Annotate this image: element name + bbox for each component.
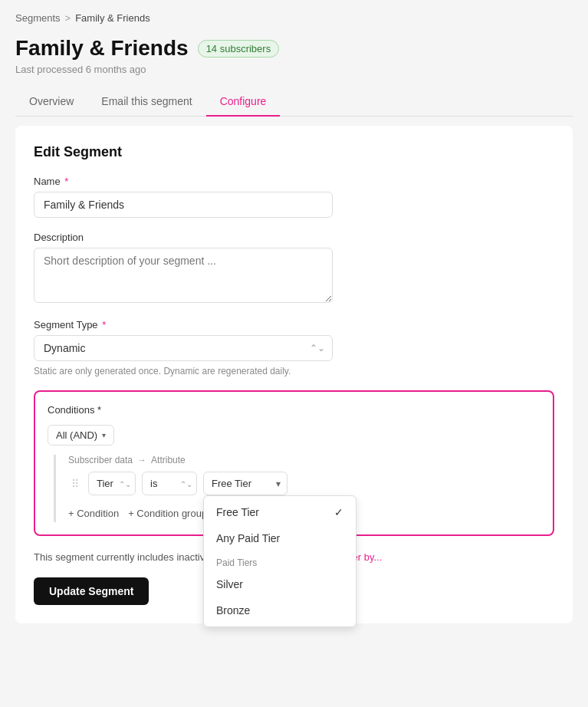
breadcrumb-separator: > <box>65 12 71 24</box>
description-label: Description <box>34 232 554 243</box>
dropdown-item-any-paid-tier[interactable]: Any Paid Tier <box>204 525 356 551</box>
condition-inputs-row: ⠿ Tier is is not <box>68 472 540 495</box>
drag-handle-icon[interactable]: ⠿ <box>68 476 82 492</box>
add-condition-group-button[interactable]: + Condition group <box>128 505 207 522</box>
dropdown-group-paid-tiers: Paid Tiers <box>204 551 356 571</box>
conditions-header: Conditions * <box>48 404 540 416</box>
tab-overview[interactable]: Overview <box>15 87 87 117</box>
tier-dropdown-trigger[interactable]: Free Tier ▾ <box>203 472 287 495</box>
segment-type-select[interactable]: Dynamic Static <box>34 335 333 361</box>
breadcrumb-current: Family & Friends <box>75 12 150 24</box>
update-segment-button[interactable]: Update Segment <box>34 577 149 605</box>
condition-attr-label: Attribute <box>151 455 186 465</box>
tabs-bar: Overview Email this segment Configure <box>15 87 573 117</box>
condition-arrow-icon: → <box>137 455 146 465</box>
dropdown-item-silver[interactable]: Silver <box>204 571 356 597</box>
dropdown-item-free-tier-label: Free Tier <box>216 506 259 518</box>
conditions-section: Conditions * All (AND) ▾ Subscriber data… <box>34 390 554 536</box>
tier-selected-value: Free Tier <box>212 478 251 489</box>
page-header: Family & Friends 14 subscribers Last pro… <box>15 36 573 75</box>
condition-group: Subscriber data → Attribute ⠿ Tier is <box>54 455 540 522</box>
segment-type-group: Segment Type * Dynamic Static ⌃⌄ Static … <box>34 319 554 377</box>
conditions-logic-row: All (AND) ▾ <box>48 425 540 446</box>
condition-operator-wrapper: is is not <box>142 472 197 495</box>
page-title-row: Family & Friends 14 subscribers <box>15 36 573 61</box>
check-icon: ✓ <box>334 506 343 518</box>
description-group: Description <box>34 232 554 305</box>
condition-operator-select[interactable]: is is not <box>142 472 197 495</box>
add-condition-button[interactable]: + Condition <box>68 505 119 522</box>
segment-type-label: Segment Type * <box>34 319 554 330</box>
name-label: Name * <box>34 176 554 187</box>
subscribers-badge: 14 subscribers <box>198 40 280 58</box>
card-title: Edit Segment <box>34 144 554 160</box>
tier-select-wrapper: Free Tier ▾ Free Tier ✓ Any Paid Tier <box>203 472 287 495</box>
logic-dropdown-arrow-icon: ▾ <box>102 431 106 439</box>
dropdown-item-silver-label: Silver <box>216 578 243 590</box>
dropdown-item-bronze[interactable]: Bronze <box>204 597 356 623</box>
condition-data-label: Subscriber data <box>68 455 133 465</box>
page-title: Family & Friends <box>15 36 189 61</box>
name-input[interactable] <box>34 192 333 218</box>
breadcrumb: Segments > Family & Friends <box>15 12 573 24</box>
tab-configure[interactable]: Configure <box>206 87 281 117</box>
dropdown-item-any-paid-tier-label: Any Paid Tier <box>216 532 280 544</box>
dropdown-item-free-tier[interactable]: Free Tier ✓ <box>204 499 356 525</box>
logic-label: All (AND) <box>56 429 97 441</box>
condition-field-select[interactable]: Tier <box>88 472 136 495</box>
condition-label-row: Subscriber data → Attribute <box>68 455 540 465</box>
tier-dropdown-chevron-icon: ▾ <box>276 478 281 489</box>
logic-dropdown[interactable]: All (AND) ▾ <box>48 425 114 446</box>
main-card: Edit Segment Name * Description Segment … <box>15 126 573 623</box>
last-processed: Last processed 6 months ago <box>15 64 573 75</box>
segment-type-hint: Static are only generated once. Dynamic … <box>34 366 554 377</box>
description-input[interactable] <box>34 248 333 303</box>
breadcrumb-parent[interactable]: Segments <box>15 12 61 24</box>
name-group: Name * <box>34 176 554 218</box>
tier-dropdown-open: Free Tier ✓ Any Paid Tier Paid Tiers Sil… <box>203 495 356 627</box>
tab-email-segment[interactable]: Email this segment <box>87 87 205 117</box>
dropdown-item-bronze-label: Bronze <box>216 604 250 617</box>
condition-field-wrapper: Tier <box>88 472 136 495</box>
segment-type-select-wrapper: Dynamic Static ⌃⌄ <box>34 335 333 361</box>
page-container: Segments > Family & Friends Family & Fri… <box>0 0 588 636</box>
